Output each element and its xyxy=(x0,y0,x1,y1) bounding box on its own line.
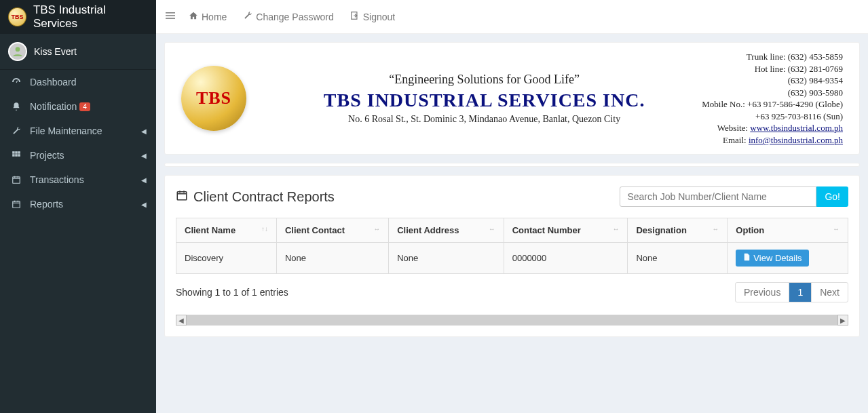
chevron-left-icon: ◀ xyxy=(141,152,147,159)
horizontal-scrollbar[interactable]: ◀ ▶ xyxy=(176,315,848,326)
gauge-icon xyxy=(10,77,23,87)
sidebar-item-transactions[interactable]: Transactions ◀ xyxy=(0,168,156,192)
search-wrap: Go! xyxy=(620,186,848,207)
nav-change-password[interactable]: Change Password xyxy=(243,11,333,22)
banner-address: No. 6 Rosal St., St. Dominic 3, Mindanao… xyxy=(267,114,702,125)
scroll-track[interactable] xyxy=(187,315,837,326)
svg-rect-15 xyxy=(166,12,175,13)
svg-rect-1 xyxy=(12,151,15,154)
banner-tagline: “Engineering Solutions for Good Life” xyxy=(267,73,702,87)
scroll-right-icon[interactable]: ▶ xyxy=(837,315,848,326)
svg-rect-17 xyxy=(166,18,175,19)
sidebar-item-notification[interactable]: Notification 4 xyxy=(0,94,156,119)
table-footer: Showing 1 to 1 of 1 entries Previous 1 N… xyxy=(176,282,848,302)
contact-website[interactable]: www.tbsindustrial.com.ph xyxy=(750,123,843,133)
go-button[interactable]: Go! xyxy=(816,186,848,207)
nav-home-label: Home xyxy=(202,12,227,22)
report-panel: Client Contract Reports Go! Client Name↑… xyxy=(164,175,860,337)
avatar-icon xyxy=(11,45,24,58)
contact-mobile2: +63 925-703-8116 (Sun) xyxy=(702,111,843,123)
sidebar-item-label: Projects xyxy=(30,150,64,161)
chevron-left-icon: ◀ xyxy=(141,176,147,184)
wrench-icon xyxy=(243,11,252,22)
sidebar-item-dashboard[interactable]: Dashboard xyxy=(0,70,156,94)
brand-title: TBS Industrial Services xyxy=(33,3,148,31)
contact-l4: (632) 903-5980 xyxy=(702,87,843,99)
sidebar-item-label: Notification xyxy=(30,101,77,112)
col-designation[interactable]: Designation↔ xyxy=(628,218,728,243)
user-name: Kiss Evert xyxy=(34,46,77,57)
sidebar-menu: Dashboard Notification 4 File Maintenanc… xyxy=(0,70,156,216)
sidebar-item-file-maintenance[interactable]: File Maintenance ◀ xyxy=(0,119,156,143)
svg-rect-5 xyxy=(15,154,18,157)
cell-client-contact: None xyxy=(276,243,388,274)
report-table: Client Name↑↓ Client Contact↔ Client Add… xyxy=(176,218,848,274)
sidebar-item-label: File Maintenance xyxy=(30,125,102,136)
page-next[interactable]: Next xyxy=(811,283,848,302)
sort-icon: ↔ xyxy=(712,225,719,233)
sidebar-item-reports[interactable]: Reports ◀ xyxy=(0,192,156,216)
brand-bar: TBS TBS Industrial Services xyxy=(0,0,156,34)
svg-rect-16 xyxy=(166,15,175,16)
nav-signout-label: Signout xyxy=(363,12,395,22)
content-area: Home Change Password Signout TBS “Engine… xyxy=(156,0,868,413)
sidebar-item-projects[interactable]: Projects ◀ xyxy=(0,143,156,168)
nav-signout[interactable]: Signout xyxy=(350,11,395,22)
home-icon xyxy=(189,11,198,22)
chevron-left-icon: ◀ xyxy=(141,201,147,208)
contact-hot: Hot line: (632) 281-0769 xyxy=(702,63,843,75)
sidebar-item-label: Dashboard xyxy=(30,77,77,87)
sort-icon: ↔ xyxy=(373,225,380,233)
col-contact-number[interactable]: Contact Number↔ xyxy=(504,218,628,243)
sidebar-item-label: Reports xyxy=(30,199,63,210)
col-client-name[interactable]: Client Name↑↓ xyxy=(176,218,277,243)
view-details-label: View Details xyxy=(753,253,801,263)
nav-home[interactable]: Home xyxy=(189,11,227,22)
svg-rect-11 xyxy=(13,201,20,208)
cell-client-name: Discovery xyxy=(176,243,277,274)
page-prev[interactable]: Previous xyxy=(736,283,789,302)
page-current[interactable]: 1 xyxy=(789,283,811,302)
col-client-contact[interactable]: Client Contact↔ xyxy=(276,218,388,243)
cell-client-address: None xyxy=(389,243,504,274)
svg-rect-6 xyxy=(18,154,20,157)
cell-designation: None xyxy=(628,243,728,274)
contact-email-label: Email: xyxy=(723,135,749,145)
view-details-button[interactable]: View Details xyxy=(736,250,808,267)
wrench-icon xyxy=(10,126,23,136)
scroll-left-icon[interactable]: ◀ xyxy=(176,315,187,326)
cell-contact-number: 0000000 xyxy=(504,243,628,274)
avatar xyxy=(8,42,27,61)
chevron-left-icon: ◀ xyxy=(141,127,147,135)
contact-email[interactable]: info@tbsindustrial.com.ph xyxy=(749,135,843,145)
notification-badge: 4 xyxy=(79,102,90,111)
brand-logo: TBS xyxy=(8,7,26,26)
grid-icon xyxy=(10,151,23,160)
user-panel: Kiss Evert xyxy=(0,34,156,70)
file-icon xyxy=(742,253,751,263)
panel-strip xyxy=(164,163,860,167)
banner-contact: Trunk line: (632) 453-5859 Hot line: (63… xyxy=(702,51,843,146)
contact-website-label: Website: xyxy=(717,123,750,133)
calendar-icon xyxy=(10,175,23,184)
search-input[interactable] xyxy=(620,186,816,207)
col-option: Option↔ xyxy=(728,218,848,243)
contact-trunk: Trunk line: (632) 453-5859 xyxy=(702,51,843,63)
calendar-icon xyxy=(176,189,188,205)
svg-rect-7 xyxy=(13,177,20,183)
sort-icon: ↔ xyxy=(833,225,839,233)
pagination: Previous 1 Next xyxy=(735,282,848,302)
svg-rect-2 xyxy=(15,151,18,154)
sidebar: TBS TBS Industrial Services Kiss Evert D… xyxy=(0,0,156,413)
contact-l3: (632) 984-9354 xyxy=(702,75,843,87)
nav-change-password-label: Change Password xyxy=(256,12,333,22)
calendar-icon xyxy=(10,199,23,209)
menu-toggle-icon[interactable] xyxy=(166,11,175,22)
svg-rect-4 xyxy=(12,154,15,157)
col-client-address[interactable]: Client Address↔ xyxy=(389,218,504,243)
top-nav: Home Change Password Signout xyxy=(156,0,868,34)
panel-title: Client Contract Reports xyxy=(176,189,335,205)
svg-rect-19 xyxy=(177,192,187,200)
bell-icon xyxy=(10,102,23,111)
panel-header: Client Contract Reports Go! xyxy=(176,186,848,207)
